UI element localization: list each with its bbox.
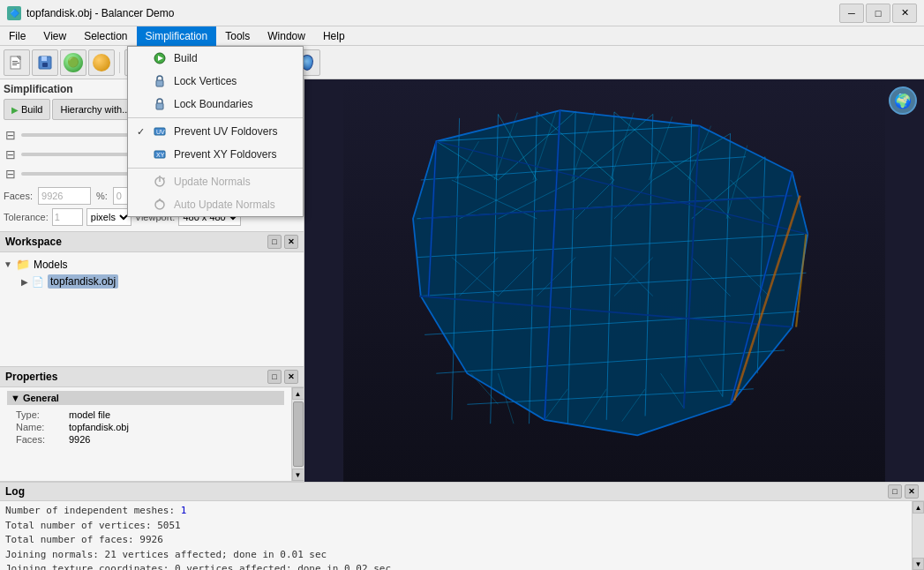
menu-help[interactable]: Help (314, 26, 354, 46)
dropdown-update-normals: Update Normals (128, 170, 303, 193)
svg-rect-2 (12, 61, 18, 62)
faces-prop-val: 9926 (69, 434, 90, 445)
menu-selection[interactable]: Selection (75, 26, 136, 46)
menu-file[interactable]: File (0, 26, 34, 46)
dropdown-auto-update-normals-label: Auto Update Normals (174, 199, 275, 211)
update-normals-icon (153, 175, 167, 189)
workspace-panel: Workspace □ ✕ ▼ 📁 Models ▶ (0, 232, 304, 367)
properties-maximize-button[interactable]: □ (267, 370, 282, 384)
slider-left-icon-2: ⊟ (4, 147, 18, 161)
workspace-title: Workspace (5, 236, 62, 248)
dropdown-prevent-uv-label: Prevent UV Foldovers (174, 125, 277, 138)
name-prop-row: Name: topfandisk.obj (16, 421, 284, 433)
menu-view[interactable]: View (34, 26, 75, 46)
build-menu-icon (153, 51, 167, 65)
log-line-5: Joining texture coordinates: 0 vertices … (5, 562, 906, 570)
type-val: model file (69, 409, 110, 420)
tree-models-item[interactable]: ▼ 📁 Models (4, 256, 300, 273)
svg-rect-6 (41, 56, 47, 61)
workspace-tree: ▼ 📁 Models ▶ 📄 topfandisk.obj (0, 252, 304, 366)
menu-simplification[interactable]: Simplification (137, 26, 217, 46)
tolerance-input[interactable] (52, 208, 83, 226)
folder-icon: 📁 (16, 258, 30, 271)
scroll-thumb[interactable] (293, 401, 304, 467)
workspace-maximize-button[interactable]: □ (267, 235, 282, 249)
name-val: topfandisk.obj (69, 422, 129, 432)
viewport[interactable]: 🌍 (304, 79, 924, 482)
mesh-viewport-svg (304, 79, 924, 482)
dropdown-build-label: Build (174, 52, 198, 64)
help-button[interactable]: 🌍 (889, 86, 917, 115)
titlebar-controls[interactable]: ─ □ ✕ (839, 4, 917, 23)
properties-scrollbar[interactable]: ▲ ▼ (291, 387, 304, 481)
workspace-close-button[interactable]: ✕ (284, 235, 298, 249)
general-section-header: ▼ General (7, 391, 284, 405)
log-highlight-1: 1 (181, 505, 187, 516)
menu-window[interactable]: Window (259, 26, 314, 46)
dropdown-prevent-uv[interactable]: ✓ UV Prevent UV Foldovers (128, 120, 303, 143)
faces-label: Faces: (4, 191, 33, 201)
menu-tools[interactable]: Tools (216, 26, 259, 46)
general-label: General (23, 393, 59, 403)
app-icon: 🔷 (7, 6, 21, 20)
log-header: Log □ ✕ (0, 483, 924, 501)
build-button[interactable]: ▶ Build (4, 99, 50, 120)
svg-text:XY: XY (156, 152, 165, 158)
svg-rect-4 (12, 64, 17, 65)
slider-left-icon-1: ⊟ (4, 128, 18, 142)
properties-title: Properties (5, 371, 57, 383)
workspace-header: Workspace □ ✕ (0, 232, 304, 252)
log-maximize-button[interactable]: □ (888, 484, 902, 499)
hierarchy-button[interactable]: Hierarchy with... (52, 99, 138, 120)
svg-line-88 (163, 178, 165, 180)
log-line-2: Total number of vertices: 5051 (5, 519, 906, 534)
dropdown-prevent-xy-label: Prevent XY Foldovers (174, 148, 277, 161)
type-key: Type: (16, 409, 60, 420)
build-icon: ▶ (11, 105, 19, 115)
toolbar-new-button[interactable] (4, 49, 30, 76)
properties-panel: Properties □ ✕ ▼ General Type: (0, 367, 304, 482)
maximize-button[interactable]: □ (866, 4, 890, 23)
tree-child-area: ▶ 📄 topfandisk.obj (21, 273, 300, 290)
file-icon: 📄 (32, 276, 44, 288)
properties-content: ▼ General Type: model file Name: topfand… (0, 387, 291, 481)
tree-file-expand-icon[interactable]: ▶ (21, 277, 28, 287)
toolbar-sphere1-button[interactable]: 🟢 (60, 49, 86, 76)
scroll-down-arrow[interactable]: ▼ (292, 469, 304, 481)
titlebar: 🔷 topfandisk.obj - Balancer Demo ─ □ ✕ (0, 0, 924, 26)
toolbar-save-button[interactable] (32, 49, 58, 76)
dropdown-lock-boundaries[interactable]: Lock Boundaries (128, 93, 303, 116)
workspace-controls: □ ✕ (267, 235, 298, 249)
models-label: Models (34, 259, 68, 271)
uv-checkmark: ✓ (137, 126, 145, 138)
percent-label: %: (96, 191, 108, 201)
section-arrow: ▼ (11, 393, 20, 403)
properties-header: Properties □ ✕ (0, 367, 304, 387)
log-scroll-down[interactable]: ▼ (913, 558, 924, 570)
menubar: File View Selection Simplification Tools… (0, 26, 924, 46)
faces-prop-key: Faces: (16, 434, 60, 445)
faces-input[interactable] (38, 187, 91, 205)
svg-rect-7 (42, 63, 48, 67)
toolbar-separator-1 (119, 52, 120, 73)
dropdown-lock-vertices[interactable]: Lock Vertices (128, 70, 303, 93)
toolbar-sphere2-button[interactable] (88, 49, 115, 76)
dropdown-build[interactable]: Build (128, 47, 303, 70)
log-scrollbar[interactable]: ▲ ▼ (912, 501, 924, 570)
properties-close-button[interactable]: ✕ (284, 370, 298, 384)
file-label: topfandisk.obj (48, 274, 118, 289)
minimize-button[interactable]: ─ (839, 4, 864, 23)
svg-rect-81 (156, 103, 163, 109)
dropdown-sep-1 (128, 117, 303, 118)
scroll-up-arrow[interactable]: ▲ (292, 387, 304, 400)
name-key: Name: (16, 422, 60, 432)
log-scroll-up[interactable]: ▲ (913, 501, 924, 514)
tree-expand-icon[interactable]: ▼ (4, 259, 12, 269)
close-button[interactable]: ✕ (892, 4, 917, 23)
dropdown-prevent-xy[interactable]: XY Prevent XY Foldovers (128, 143, 303, 166)
tree-file-item[interactable]: ▶ 📄 topfandisk.obj (21, 273, 300, 290)
prevent-xy-icon: XY (153, 147, 167, 161)
log-close-button[interactable]: ✕ (905, 484, 919, 499)
log-panel: Log □ ✕ Number of independent meshes: 1 … (0, 482, 924, 570)
tolerance-unit-select[interactable]: pixels (86, 208, 131, 226)
